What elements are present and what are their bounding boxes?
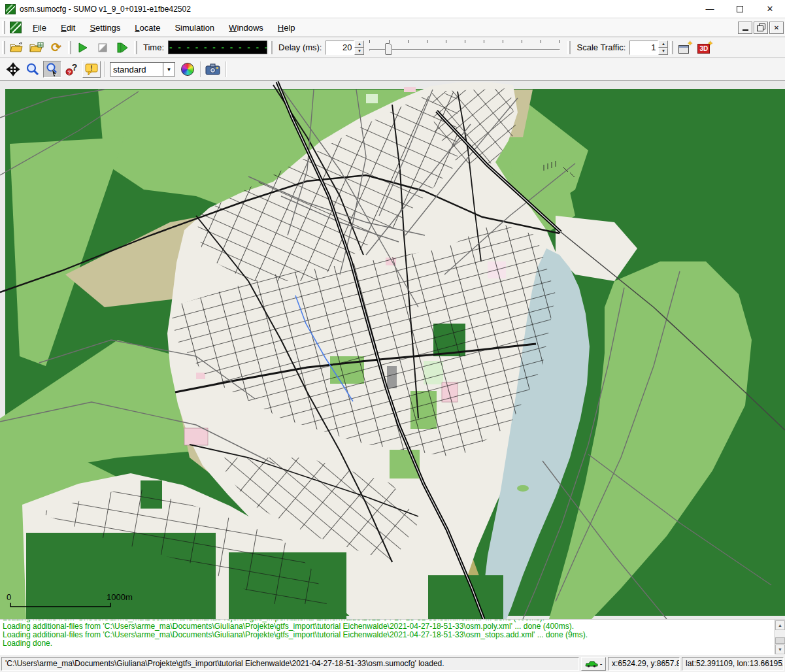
slider-handle[interactable] bbox=[385, 43, 392, 55]
open-network-button[interactable] bbox=[27, 39, 46, 56]
view-toolbar: ? ? ! standard ▼ bbox=[0, 58, 785, 81]
minimize-button[interactable]: — bbox=[695, 0, 725, 18]
open-network-icon bbox=[29, 42, 44, 54]
play-icon bbox=[77, 42, 89, 54]
help-button[interactable]: ? ? bbox=[63, 61, 81, 78]
new-view-icon: ✦ bbox=[678, 42, 692, 54]
mdi-restore-icon bbox=[758, 25, 764, 30]
mdi-close-button[interactable]: ✕ bbox=[769, 22, 784, 34]
zoom-button[interactable] bbox=[24, 61, 42, 78]
svg-text:?: ? bbox=[72, 62, 78, 73]
menu-file[interactable]: File bbox=[25, 20, 54, 36]
network-map: 0 1000m bbox=[0, 81, 785, 619]
show-messages-button[interactable]: ! bbox=[82, 61, 101, 78]
status-bar: 'C:\Users\arme_ma\Documents\Giuliana\Pro… bbox=[0, 654, 785, 672]
menu-help[interactable]: Help bbox=[271, 20, 303, 36]
scale-traffic-spinbox: ▲ ▼ bbox=[629, 41, 668, 55]
reload-button[interactable]: ⟳ bbox=[47, 39, 65, 56]
toolbar-separator bbox=[225, 61, 226, 77]
delay-label: Delay (ms): bbox=[278, 42, 322, 52]
map-canvas[interactable]: 0 1000m bbox=[0, 81, 785, 619]
scale-traffic-label: Scale Traffic: bbox=[576, 42, 626, 52]
scroll-up-icon[interactable]: ▲ bbox=[775, 620, 785, 630]
toolbar-grip[interactable] bbox=[134, 41, 137, 54]
stop-icon bbox=[97, 42, 109, 54]
scale-end-label: 1000m bbox=[107, 592, 133, 602]
slider-ticks bbox=[369, 40, 560, 43]
menu-edit[interactable]: Edit bbox=[54, 20, 82, 36]
toolbar-grip[interactable] bbox=[68, 41, 71, 54]
mdi-minimize-icon bbox=[743, 29, 748, 31]
menu-settings[interactable]: Settings bbox=[82, 20, 127, 36]
menu-simulation[interactable]: Simulation bbox=[167, 20, 222, 36]
maximize-button[interactable] bbox=[725, 0, 755, 18]
screenshot-button[interactable] bbox=[204, 61, 222, 78]
delay-slider[interactable] bbox=[369, 39, 560, 56]
view-scheme-value: standard bbox=[110, 63, 163, 76]
toolbar-separator bbox=[104, 61, 105, 77]
step-icon bbox=[116, 42, 129, 54]
magnifier-icon bbox=[25, 62, 40, 76]
toolbar-grip[interactable] bbox=[2, 41, 5, 54]
open-folder-icon bbox=[10, 42, 24, 54]
stop-button[interactable] bbox=[93, 39, 112, 56]
menu-windows[interactable]: Windows bbox=[222, 20, 271, 36]
scroll-thumb[interactable] bbox=[775, 637, 785, 644]
message-bubble-icon: ! bbox=[84, 63, 99, 76]
message-log[interactable]: Loading net-file from 'C:\Users\arme_ma\… bbox=[0, 619, 785, 654]
toolbar-grip[interactable] bbox=[269, 41, 273, 54]
edit-coloring-button[interactable] bbox=[178, 61, 197, 78]
window-title: osm.sumocfg - SUMO v1_9_0+0191-e1fbe4250… bbox=[20, 5, 191, 14]
sumo-main-window: osm.sumocfg - SUMO v1_9_0+0191-e1fbe4250… bbox=[0, 0, 785, 672]
toolbar-grip[interactable] bbox=[567, 41, 571, 54]
new-3d-view-button[interactable]: 3D✦ bbox=[695, 39, 714, 56]
log-scrollbar[interactable]: ▲ ▼ bbox=[774, 620, 785, 654]
slider-track[interactable] bbox=[369, 49, 560, 51]
magnifier-cursor-icon bbox=[45, 62, 59, 76]
svg-text:!: ! bbox=[90, 65, 92, 72]
combobox-arrow-icon[interactable]: ▼ bbox=[163, 63, 175, 76]
scroll-down-icon[interactable]: ▼ bbox=[775, 645, 785, 654]
locate-structures-button[interactable] bbox=[43, 61, 61, 78]
scale-spin-up[interactable]: ▲ bbox=[658, 41, 668, 48]
time-display: - - - - - - - - - - - - - - - bbox=[168, 41, 267, 54]
delay-spin-down[interactable]: ▼ bbox=[354, 48, 364, 55]
maximize-icon bbox=[737, 6, 743, 12]
scale-start-label: 0 bbox=[7, 592, 11, 602]
reload-icon: ⟳ bbox=[51, 40, 61, 55]
scale-spin-down[interactable]: ▼ bbox=[658, 48, 668, 55]
new-3d-view-icon: 3D✦ bbox=[697, 42, 712, 54]
log-lines: Loading net-file from 'C:\Users\arme_ma\… bbox=[3, 619, 771, 648]
new-view-button[interactable]: ✦ bbox=[676, 39, 694, 56]
lake-island bbox=[517, 485, 529, 492]
time-label: Time: bbox=[143, 42, 164, 52]
open-config-button[interactable] bbox=[8, 39, 26, 56]
recenter-view-button[interactable] bbox=[4, 61, 22, 78]
log-line: Loading done. bbox=[3, 639, 771, 648]
delay-spinbox: ▲ ▼ bbox=[326, 41, 364, 55]
toolbar-grip[interactable] bbox=[670, 41, 673, 54]
step-button[interactable] bbox=[113, 39, 131, 56]
view-scheme-combobox[interactable]: standard ▼ bbox=[110, 62, 175, 76]
run-button[interactable] bbox=[74, 39, 92, 56]
car-button-suffix: - bbox=[600, 660, 603, 667]
mdi-minimize-button[interactable] bbox=[738, 22, 752, 34]
camera-icon bbox=[205, 63, 221, 76]
sumo-document-icon bbox=[10, 22, 22, 33]
menu-locate[interactable]: Locate bbox=[127, 20, 167, 36]
simulation-toolbar: ⟳ Time: - - - - - - - - - - - - - - - De… bbox=[0, 37, 785, 58]
delay-spin-up[interactable]: ▲ bbox=[354, 41, 364, 48]
color-wheel-icon bbox=[181, 63, 194, 76]
status-message: 'C:\Users\arme_ma\Documents\Giuliana\Pro… bbox=[1, 657, 579, 671]
delay-input[interactable] bbox=[326, 41, 354, 55]
log-line: Loading additional-files from 'C:\Users\… bbox=[3, 631, 771, 639]
menubar-grip[interactable] bbox=[2, 21, 5, 34]
scale-traffic-input[interactable] bbox=[629, 41, 658, 55]
title-bar: osm.sumocfg - SUMO v1_9_0+0191-e1fbe4250… bbox=[0, 0, 785, 18]
locate-vehicle-button[interactable]: - bbox=[581, 657, 606, 671]
car-icon bbox=[585, 660, 598, 667]
close-button[interactable]: ✕ bbox=[755, 0, 785, 18]
mdi-restore-button[interactable] bbox=[754, 22, 768, 34]
move-arrows-icon bbox=[6, 62, 20, 76]
menu-bar: File Edit Settings Locate Simulation Win… bbox=[0, 18, 785, 37]
